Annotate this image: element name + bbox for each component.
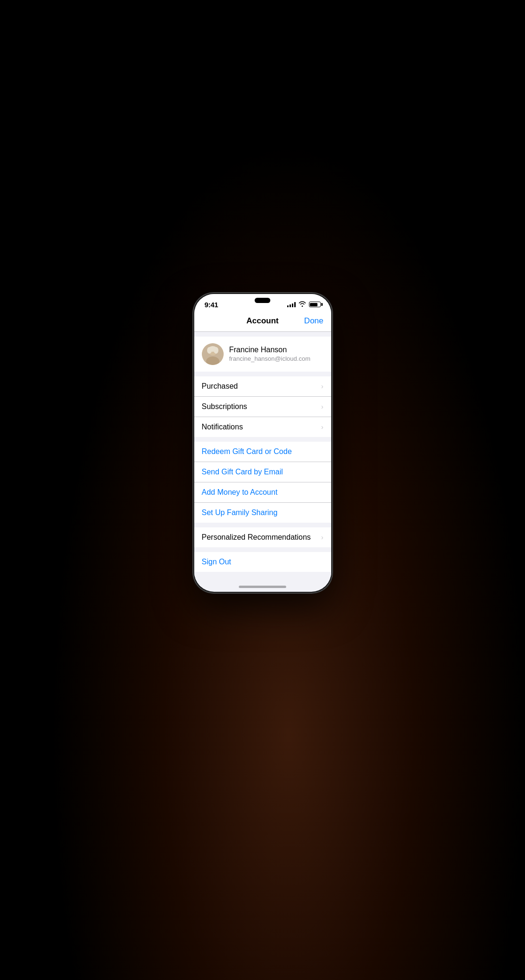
add-money-label: Add Money to Account xyxy=(202,488,278,497)
phone-frame: 9:41 xyxy=(193,293,333,593)
redeem-gift-card-row[interactable]: Redeem Gift Card or Code xyxy=(194,442,331,462)
spacer-1 xyxy=(194,372,331,376)
subscriptions-label: Subscriptions xyxy=(202,402,247,411)
notifications-row[interactable]: Notifications › xyxy=(194,417,331,437)
notifications-chevron: › xyxy=(321,423,324,431)
nav-title: Account xyxy=(246,316,279,326)
personalized-rec-chevron: › xyxy=(321,534,324,541)
spacer-bottom xyxy=(194,572,331,586)
signal-bar-2 xyxy=(290,304,291,307)
send-gift-card-label: Send Gift Card by Email xyxy=(202,468,283,476)
done-button[interactable]: Done xyxy=(304,316,324,326)
scroll-content: Francine Hanson francine_hanson@icloud.c… xyxy=(194,332,331,587)
family-sharing-row[interactable]: Set Up Family Sharing xyxy=(194,503,331,523)
signal-bar-1 xyxy=(287,305,289,307)
nav-bar: Account Done xyxy=(194,312,331,332)
purchased-chevron: › xyxy=(321,383,324,390)
svg-point-4 xyxy=(207,347,212,354)
status-icons xyxy=(287,301,321,308)
spacer-4 xyxy=(194,547,331,552)
wifi-icon xyxy=(299,301,306,308)
family-sharing-label: Set Up Family Sharing xyxy=(202,508,278,517)
notifications-label: Notifications xyxy=(202,423,243,431)
phone-screen: 9:41 xyxy=(194,294,331,592)
signal-bars-icon xyxy=(287,302,296,307)
redeem-gift-card-label: Redeem Gift Card or Code xyxy=(202,447,292,456)
battery-fill xyxy=(310,303,317,306)
sign-out-row[interactable]: Sign Out xyxy=(194,552,331,572)
menu-section-2: Redeem Gift Card or Code Send Gift Card … xyxy=(194,442,331,523)
sign-out-label: Sign Out xyxy=(202,558,231,566)
purchased-label: Purchased xyxy=(202,382,238,391)
svg-point-5 xyxy=(214,347,218,354)
spacer-2 xyxy=(194,437,331,442)
spacer-top xyxy=(194,332,331,337)
profile-info: Francine Hanson francine_hanson@icloud.c… xyxy=(229,346,324,362)
spacer-3 xyxy=(194,523,331,527)
profile-name: Francine Hanson xyxy=(229,346,324,354)
personalized-rec-row[interactable]: Personalized Recommendations › xyxy=(194,527,331,547)
subscriptions-row[interactable]: Subscriptions › xyxy=(194,397,331,417)
dynamic-island xyxy=(255,298,271,303)
home-indicator xyxy=(239,586,286,588)
profile-email: francine_hanson@icloud.com xyxy=(229,355,324,362)
signal-bar-3 xyxy=(292,303,293,307)
purchased-row[interactable]: Purchased › xyxy=(194,376,331,397)
battery-icon xyxy=(309,302,321,307)
phone-wrapper: 9:41 xyxy=(193,293,333,593)
menu-section-4: Sign Out xyxy=(194,552,331,572)
personalized-rec-label: Personalized Recommendations xyxy=(202,533,311,542)
signal-bar-4 xyxy=(294,302,296,307)
add-money-row[interactable]: Add Money to Account xyxy=(194,482,331,503)
profile-card[interactable]: Francine Hanson francine_hanson@icloud.c… xyxy=(194,337,331,372)
status-time: 9:41 xyxy=(205,301,218,309)
menu-section-3: Personalized Recommendations › xyxy=(194,527,331,547)
send-gift-card-row[interactable]: Send Gift Card by Email xyxy=(194,462,331,482)
subscriptions-chevron: › xyxy=(321,403,324,410)
menu-section-1: Purchased › Subscriptions › Notification… xyxy=(194,376,331,437)
avatar xyxy=(202,343,224,365)
